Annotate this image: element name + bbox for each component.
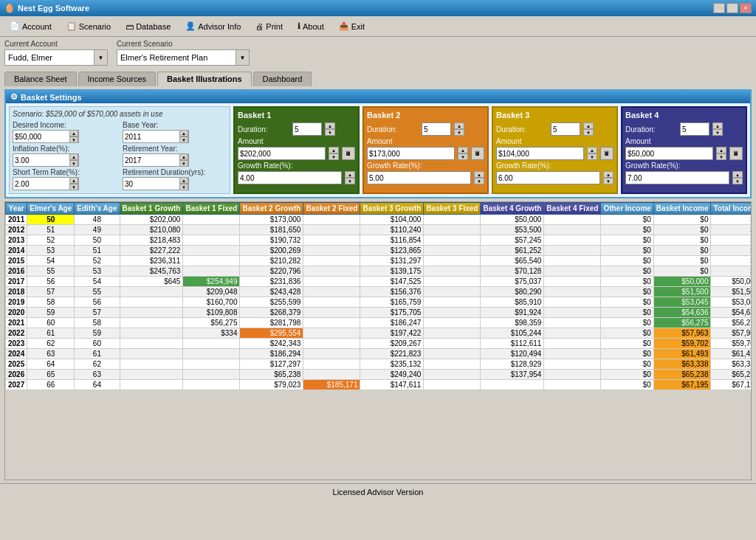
basket-3-dur-spin[interactable]: ▲ ▼ [583, 122, 594, 136]
tab-dashboard[interactable]: Dashboard [253, 72, 312, 86]
basket-1-amount-spin[interactable]: ▲ ▼ [329, 147, 339, 160]
menu-database[interactable]: 🗃 Database [119, 20, 177, 33]
menu-exit[interactable]: 📤 Exit [332, 19, 371, 33]
base-year-up[interactable]: ▲ [179, 130, 188, 136]
short-term-field[interactable] [13, 179, 69, 189]
basket-3-growth-up[interactable]: ▲ [603, 171, 614, 178]
basket-4-amount-up[interactable]: ▲ [716, 147, 726, 153]
close-button[interactable]: × [740, 3, 752, 13]
basket-4-amount-spin[interactable]: ▲ ▼ [716, 147, 726, 160]
menu-scenario[interactable]: 📋 Scenario [60, 19, 117, 33]
inflation-input[interactable]: ▲ ▼ [13, 153, 79, 167]
retirement-dur-field[interactable] [123, 179, 179, 189]
inflation-spin[interactable]: ▲ ▼ [69, 153, 78, 167]
basket-3-calc-btn[interactable]: 🖩 [600, 147, 614, 160]
basket-1-duration-input[interactable] [292, 122, 322, 136]
basket-4-growth-up[interactable]: ▲ [732, 171, 743, 178]
desired-income-input[interactable]: ▲ ▼ [13, 130, 79, 143]
account-dropdown-btn[interactable]: ▼ [94, 50, 107, 65]
basket-3-dur-up[interactable]: ▲ [583, 122, 594, 129]
desired-income-spin[interactable]: ▲ ▼ [69, 130, 78, 143]
tab-income-sources[interactable]: Income Sources [78, 72, 156, 86]
base-year-spin[interactable]: ▲ ▼ [179, 130, 188, 143]
basket-4-duration-input[interactable] [680, 122, 709, 136]
data-table-wrapper[interactable]: Year Elmer's Age Edith's Age Basket 1 Gr… [4, 201, 752, 480]
menu-account[interactable]: 📄 Account [3, 19, 58, 33]
desired-income-down[interactable]: ▼ [69, 136, 78, 143]
basket-2-amount-down[interactable]: ▼ [458, 153, 468, 160]
basket-2-amount-spin[interactable]: ▲ ▼ [458, 147, 468, 160]
short-term-spin[interactable]: ▲ ▼ [69, 177, 78, 190]
basket-3-growth-spin[interactable]: ▲ ▼ [603, 171, 614, 184]
short-term-input[interactable]: ▲ ▼ [13, 177, 79, 190]
basket-1-dur-up[interactable]: ▲ [325, 122, 335, 129]
scenario-dropdown-btn[interactable]: ▼ [236, 50, 249, 65]
basket-4-dur-spin[interactable]: ▲ ▼ [712, 122, 723, 136]
retirement-dur-up[interactable]: ▲ [179, 177, 188, 184]
basket-2-growth-up[interactable]: ▲ [474, 171, 484, 178]
basket-2-growth-spin[interactable]: ▲ ▼ [474, 171, 484, 184]
retirement-dur-spin[interactable]: ▲ ▼ [179, 177, 188, 190]
desired-income-up[interactable]: ▲ [69, 130, 78, 136]
basket-2-dur-spin[interactable]: ▲ ▼ [454, 122, 464, 136]
basket-3-amount-up[interactable]: ▲ [587, 147, 597, 153]
basket-4-growth-spin[interactable]: ▲ ▼ [732, 171, 743, 184]
title-bar-controls[interactable]: _ □ × [713, 3, 752, 13]
base-year-field[interactable] [123, 132, 179, 142]
retirement-year-field[interactable] [123, 156, 179, 165]
short-term-up[interactable]: ▲ [69, 177, 78, 184]
basket-4-amount-input[interactable] [625, 147, 713, 160]
basket-3-duration-field[interactable] [551, 125, 572, 134]
retirement-dur-input[interactable]: ▲ ▼ [123, 177, 189, 190]
basket-3-growth-down[interactable]: ▼ [603, 178, 614, 184]
basket-2-dur-up[interactable]: ▲ [454, 122, 464, 129]
basket-3-growth-field[interactable] [497, 173, 599, 183]
retirement-year-input[interactable]: ▲ ▼ [123, 153, 189, 167]
basket-2-calc-btn[interactable]: 🖩 [471, 147, 484, 160]
basket-1-amount-field[interactable] [238, 149, 325, 159]
basket-4-growth-down[interactable]: ▼ [732, 178, 743, 184]
basket-1-dur-down[interactable]: ▼ [325, 129, 335, 136]
basket-3-growth-input[interactable] [496, 171, 600, 184]
maximize-button[interactable]: □ [726, 3, 738, 13]
inflation-field[interactable] [13, 156, 69, 165]
basket-2-growth-down[interactable]: ▼ [474, 178, 484, 184]
minimize-button[interactable]: _ [713, 3, 725, 13]
basket-2-amount-up[interactable]: ▲ [458, 147, 468, 153]
basket-3-duration-input[interactable] [551, 122, 580, 136]
tab-balance-sheet[interactable]: Balance Sheet [4, 72, 77, 86]
short-term-down[interactable]: ▼ [69, 184, 78, 190]
retirement-year-down[interactable]: ▼ [179, 160, 188, 167]
basket-2-amount-input[interactable] [367, 147, 455, 160]
basket-1-growth-spin[interactable]: ▲ ▼ [345, 171, 355, 184]
inflation-down[interactable]: ▼ [69, 160, 78, 167]
basket-1-amount-up[interactable]: ▲ [329, 147, 339, 153]
basket-3-amount-field[interactable] [497, 149, 583, 159]
basket-2-growth-input[interactable] [367, 171, 471, 184]
basket-3-amount-down[interactable]: ▼ [587, 153, 597, 160]
menu-advisor-info[interactable]: 👤 Advisor Info [179, 19, 247, 33]
basket-1-growth-up[interactable]: ▲ [345, 171, 355, 178]
basket-2-duration-field[interactable] [422, 125, 443, 134]
retirement-year-up[interactable]: ▲ [179, 153, 188, 160]
basket-4-dur-up[interactable]: ▲ [712, 122, 723, 129]
basket-1-amount-input[interactable] [238, 147, 326, 160]
retirement-dur-down[interactable]: ▼ [179, 184, 188, 190]
desired-income-field[interactable] [13, 132, 69, 142]
basket-4-duration-field[interactable] [681, 125, 701, 134]
basket-1-growth-field[interactable] [238, 173, 341, 183]
inflation-up[interactable]: ▲ [69, 153, 78, 160]
basket-1-calc-btn[interactable]: 🖩 [342, 147, 355, 160]
basket-3-dur-down[interactable]: ▼ [583, 129, 594, 136]
basket-2-dur-down[interactable]: ▼ [454, 129, 464, 136]
retirement-year-spin[interactable]: ▲ ▼ [179, 153, 188, 167]
basket-4-calc-btn[interactable]: 🖩 [729, 147, 743, 160]
tab-basket-illustrations[interactable]: Basket Illustrations [157, 72, 251, 86]
basket-2-amount-field[interactable] [368, 149, 454, 159]
basket-4-amount-down[interactable]: ▼ [716, 153, 726, 160]
basket-4-growth-field[interactable] [626, 173, 729, 183]
basket-1-duration-field[interactable] [293, 125, 314, 134]
basket-2-duration-input[interactable] [422, 122, 451, 136]
scenario-combo[interactable]: Elmer's Retirement Plan ▼ [117, 49, 250, 66]
basket-3-amount-input[interactable] [496, 147, 584, 160]
